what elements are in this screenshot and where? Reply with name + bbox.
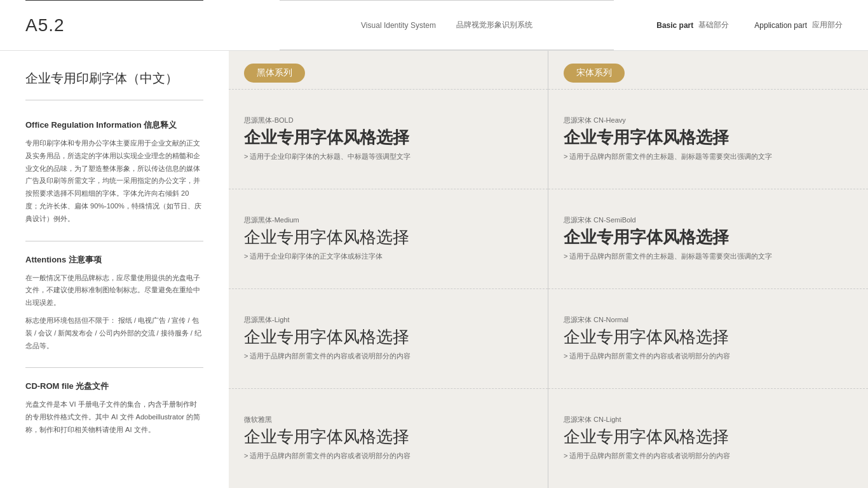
songti-semibold-name: 思源宋体 CN-SemiBold bbox=[564, 215, 853, 225]
page-number: A5.2 bbox=[25, 15, 65, 35]
songti-light-name: 思源宋体 CN-Light bbox=[564, 415, 853, 424]
sidebar-cdrom-body: 光盘文件是本 VI 手册电子文件的集合，内含手册制作时的专用软件格式文件。其中 … bbox=[25, 398, 203, 436]
weihei-name: 微软雅黑 bbox=[244, 415, 532, 424]
songti-header: 宋体系列 bbox=[548, 51, 868, 89]
main-layout: 企业专用印刷字体（中文） Office Regulation Informati… bbox=[0, 51, 868, 488]
songti-normal-name: 思源宋体 CN-Normal bbox=[564, 315, 853, 325]
header-left: A5.2 bbox=[25, 15, 254, 36]
nav-application-cn: 应用部分 bbox=[812, 20, 843, 30]
heiti-light-name: 思源黑体-Light bbox=[244, 315, 532, 325]
nav-basic-cn: 基础部分 bbox=[698, 20, 729, 30]
sidebar-section-office: Office Regulation Information 信息释义 专用印刷字… bbox=[25, 119, 203, 226]
heiti-bold-item: 思源黑体-BOLD 企业专用字体风格选择 > 适用于企业印刷字体的大标题、中标题… bbox=[229, 89, 548, 189]
heiti-medium-name: 思源黑体-Medium bbox=[244, 215, 532, 225]
sidebar-attentions-title: Attentions 注意事项 bbox=[25, 254, 203, 266]
songti-normal-display: 企业专用字体风格选择 bbox=[564, 327, 853, 347]
heiti-medium-display: 企业专用字体风格选择 bbox=[244, 227, 532, 247]
songti-light-display: 企业专用字体风格选择 bbox=[564, 427, 853, 447]
songti-normal-item: 思源宋体 CN-Normal 企业专用字体风格选择 > 适用于品牌内部所需文件的… bbox=[548, 288, 868, 388]
sidebar-office-body: 专用印刷字体和专用办公字体主要应用于企业文献的正文及实务用品，所选定的字体用以实… bbox=[25, 137, 203, 226]
heiti-bold-name: 思源黑体-BOLD bbox=[244, 116, 532, 125]
songti-semibold-display: 企业专用字体风格选择 bbox=[564, 227, 853, 247]
heiti-light-display: 企业专用字体风格选择 bbox=[244, 327, 532, 347]
header-right: Basic part 基础部分 Application part 应用部分 bbox=[639, 20, 843, 30]
songti-light-usage: > 适用于品牌内部所需文件的内容或者说明部分的内容 bbox=[564, 451, 853, 461]
songti-semibold-item: 思源宋体 CN-SemiBold 企业专用字体风格选择 > 适用于品牌内部所需文… bbox=[548, 189, 868, 288]
header-center: Visual Identity System 品牌视觉形象识别系统 bbox=[280, 0, 614, 50]
heiti-medium-usage: > 适用于企业印刷字体的正文字体或标注字体 bbox=[244, 251, 532, 262]
songti-heavy-display: 企业专用字体风格选择 bbox=[564, 128, 853, 147]
sidebar: 企业专用印刷字体（中文） Office Regulation Informati… bbox=[0, 51, 229, 488]
header-top-divider bbox=[25, 0, 203, 1]
content-area: 黑体系列 思源黑体-BOLD 企业专用字体风格选择 > 适用于企业印刷字体的大标… bbox=[229, 51, 868, 488]
weihei-usage: > 适用于品牌内部所需文件的内容或者说明部分的内容 bbox=[244, 451, 532, 461]
header-title-cn: 品牌视觉形象识别系统 bbox=[456, 20, 532, 30]
songti-light-item: 思源宋体 CN-Light 企业专用字体风格选择 > 适用于品牌内部所需文件的内… bbox=[548, 388, 868, 488]
nav-basic-en: Basic part bbox=[656, 21, 693, 30]
songti-column: 宋体系列 思源宋体 CN-Heavy 企业专用字体风格选择 > 适用于品牌内部所… bbox=[548, 51, 868, 488]
nav-application-en: Application part bbox=[754, 21, 807, 30]
songti-heavy-name: 思源宋体 CN-Heavy bbox=[564, 116, 853, 125]
header-title-en: Visual Identity System bbox=[361, 21, 436, 30]
songti-tag: 宋体系列 bbox=[564, 64, 625, 83]
weihei-item: 微软雅黑 企业专用字体风格选择 > 适用于品牌内部所需文件的内容或者说明部分的内… bbox=[229, 388, 548, 488]
songti-normal-usage: > 适用于品牌内部所需文件的内容或者说明部分的内容 bbox=[564, 351, 853, 362]
heiti-column: 黑体系列 思源黑体-BOLD 企业专用字体风格选择 > 适用于企业印刷字体的大标… bbox=[229, 51, 548, 488]
songti-semibold-usage: > 适用于品牌内部所需文件的主标题、副标题等需要突出强调的文字 bbox=[564, 251, 853, 262]
sidebar-divider-1 bbox=[25, 241, 203, 241]
songti-heavy-usage: > 适用于品牌内部所需文件的主标题、副标题等需要突出强调的文字 bbox=[564, 151, 853, 162]
heiti-bold-usage: > 适用于企业印刷字体的大标题、中标题等强调型文字 bbox=[244, 151, 532, 162]
songti-heavy-item: 思源宋体 CN-Heavy 企业专用字体风格选择 > 适用于品牌内部所需文件的主… bbox=[548, 89, 868, 189]
sidebar-attentions-body1: 在一般情况下使用品牌标志，应尽量使用提供的光盘电子文件，不建议使用标准制图绘制标… bbox=[25, 272, 203, 309]
nav-application[interactable]: Application part 应用部分 bbox=[754, 20, 843, 30]
sidebar-title: 企业专用印刷字体（中文） bbox=[25, 70, 203, 100]
heiti-medium-item: 思源黑体-Medium 企业专用字体风格选择 > 适用于企业印刷字体的正文字体或… bbox=[229, 189, 548, 288]
sidebar-section-attentions: Attentions 注意事项 在一般情况下使用品牌标志，应尽量使用提供的光盘电… bbox=[25, 254, 203, 353]
heiti-tag: 黑体系列 bbox=[244, 64, 305, 83]
sidebar-divider-2 bbox=[25, 367, 203, 368]
nav-basic[interactable]: Basic part 基础部分 bbox=[656, 20, 729, 30]
sidebar-office-title: Office Regulation Information 信息释义 bbox=[25, 119, 203, 131]
heiti-header: 黑体系列 bbox=[229, 51, 548, 89]
sidebar-cdrom-title: CD-ROM file 光盘文件 bbox=[25, 381, 203, 392]
heiti-light-item: 思源黑体-Light 企业专用字体风格选择 > 适用于品牌内部所需文件的内容或者… bbox=[229, 288, 548, 388]
sidebar-section-cdrom: CD-ROM file 光盘文件 光盘文件是本 VI 手册电子文件的集合，内含手… bbox=[25, 381, 203, 436]
font-grid: 黑体系列 思源黑体-BOLD 企业专用字体风格选择 > 适用于企业印刷字体的大标… bbox=[229, 51, 868, 488]
header: A5.2 Visual Identity System 品牌视觉形象识别系统 B… bbox=[0, 0, 868, 51]
heiti-light-usage: > 适用于品牌内部所需文件的内容或者说明部分的内容 bbox=[244, 351, 532, 362]
weihei-display: 企业专用字体风格选择 bbox=[244, 427, 532, 447]
heiti-bold-display: 企业专用字体风格选择 bbox=[244, 128, 532, 147]
sidebar-attentions-body2: 标志使用环境包括但不限于： 报纸 / 电视广告 / 宣传 / 包装 / 会议 /… bbox=[25, 315, 203, 352]
